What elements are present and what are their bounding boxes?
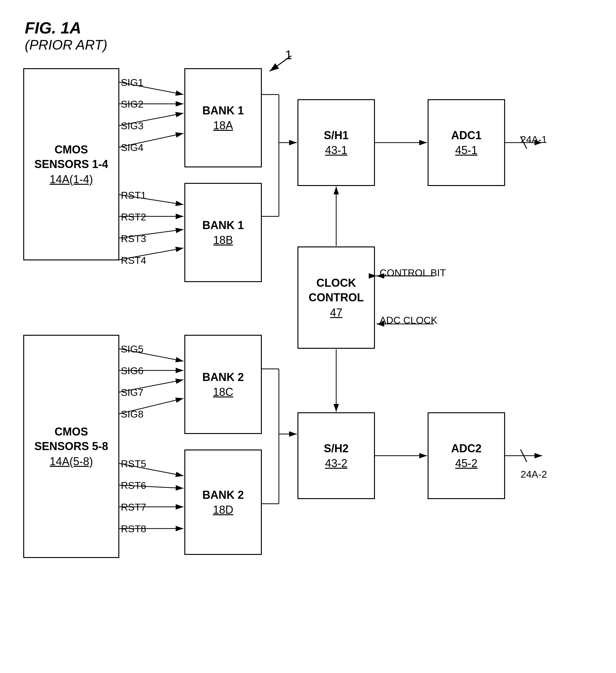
bank2d-label: BANK 2 <box>202 488 244 502</box>
bank1b-label: BANK 1 <box>202 218 244 233</box>
adc2-sublabel: 45-2 <box>455 457 478 470</box>
sh1-label: S/H1 <box>324 128 349 143</box>
cmos-bottom-sublabel: 14A(5-8) <box>50 455 93 468</box>
adc1-label: ADC1 <box>451 128 482 143</box>
adc2-label: ADC2 <box>451 441 482 456</box>
bank2d-sublabel: 18D <box>213 503 233 516</box>
bank1a-label: BANK 1 <box>202 103 244 118</box>
ref-1: 1 <box>285 48 292 62</box>
sig1-label: SIG1 <box>121 77 143 88</box>
figure-subtitle: (PRIOR ART) <box>25 37 107 53</box>
figure-title: FIG. 1A <box>25 19 81 37</box>
rst4-label: RST4 <box>121 255 146 266</box>
clock-control-sublabel: 47 <box>330 306 342 319</box>
cmos-top-sublabel: 14A(1-4) <box>50 173 93 186</box>
adc1-block: ADC1 45-1 <box>427 99 505 186</box>
rst5-label: RST5 <box>121 458 146 470</box>
ref-24a2-label: 24A-2 <box>521 469 547 480</box>
bank2d-block: BANK 2 18D <box>184 449 262 555</box>
bank1b-sublabel: 18B <box>213 234 233 247</box>
rst6-label: RST6 <box>121 480 146 491</box>
sh1-sublabel: 43-1 <box>325 144 347 157</box>
svg-line-33 <box>521 449 527 462</box>
cmos-top-block: CMOSSENSORS 1-4 14A(1-4) <box>23 68 119 260</box>
sig6-label: SIG6 <box>121 365 143 377</box>
sh2-block: S/H2 43-2 <box>297 412 375 499</box>
adc-clock-label: ADC CLOCK <box>380 315 437 326</box>
cmos-bottom-block: CMOSSENSORS 5-8 14A(5-8) <box>23 335 119 558</box>
rst1-label: RST1 <box>121 190 146 201</box>
sig7-label: SIG7 <box>121 387 143 398</box>
sig3-label: SIG3 <box>121 120 143 132</box>
sig2-label: SIG2 <box>121 98 143 110</box>
cmos-bottom-label: CMOSSENSORS 5-8 <box>34 425 108 454</box>
bank2c-block: BANK 2 18C <box>184 335 262 434</box>
adc1-sublabel: 45-1 <box>455 144 478 157</box>
rst2-label: RST2 <box>121 211 146 223</box>
adc2-block: ADC2 45-2 <box>427 412 505 499</box>
cmos-top-label: CMOSSENSORS 1-4 <box>34 143 108 172</box>
bank2c-sublabel: 18C <box>213 386 233 399</box>
sig5-label: SIG5 <box>121 344 143 355</box>
sh1-block: S/H1 43-1 <box>297 99 375 186</box>
bank2c-label: BANK 2 <box>202 370 244 385</box>
bank1b-block: BANK 1 18B <box>184 183 262 282</box>
sh2-label: S/H2 <box>324 441 349 456</box>
sh2-sublabel: 43-2 <box>325 457 347 470</box>
clock-control-block: CLOCKCONTROL 47 <box>297 246 375 349</box>
sig4-label: SIG4 <box>121 142 143 154</box>
control-bit-label: CONTROL BIT <box>380 267 446 279</box>
rst3-label: RST3 <box>121 233 146 245</box>
sig8-label: SIG8 <box>121 409 143 420</box>
ref-24a1-label: 24A-1 <box>521 134 547 146</box>
diagram: FIG. 1A (PRIOR ART) 1 CMOSSENSORS 1-4 14… <box>0 0 616 673</box>
clock-control-label: CLOCKCONTROL <box>309 276 364 305</box>
bank1a-sublabel: 18A <box>213 119 233 132</box>
bank1a-block: BANK 1 18A <box>184 68 262 167</box>
rst8-label: RST8 <box>121 523 146 535</box>
rst7-label: RST7 <box>121 501 146 513</box>
